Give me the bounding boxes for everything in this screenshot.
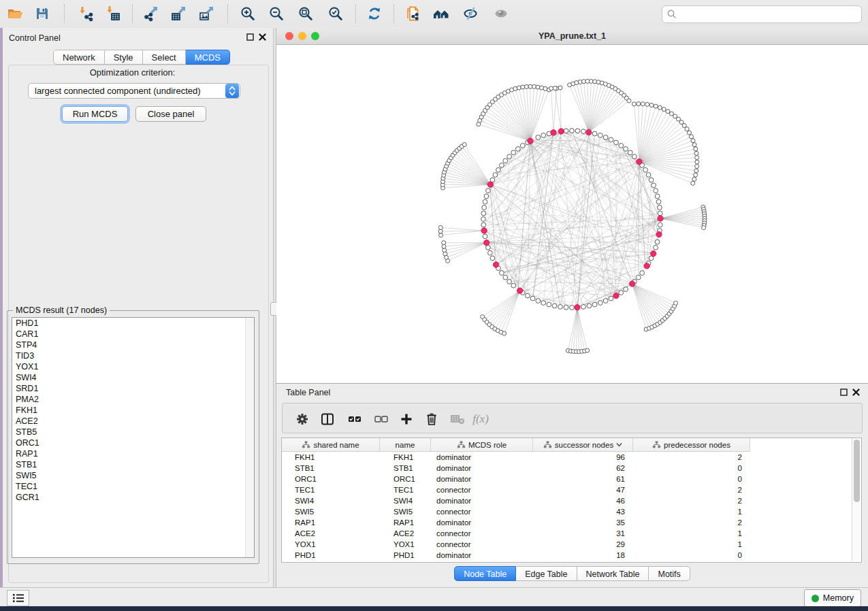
list-item[interactable]: PHD1 <box>12 318 254 329</box>
list-item[interactable]: SWI4 <box>12 372 254 383</box>
ring-node[interactable] <box>520 144 525 148</box>
ring-node[interactable] <box>516 147 521 152</box>
search-input[interactable] <box>677 7 861 21</box>
ring-node[interactable] <box>575 129 580 133</box>
leaf-node[interactable] <box>549 86 553 90</box>
ring-node[interactable] <box>658 205 662 210</box>
list-item[interactable]: TID3 <box>12 350 254 361</box>
ring-node[interactable] <box>609 137 613 142</box>
tab-network-table[interactable]: Network Table <box>577 566 649 581</box>
leaf-node[interactable] <box>649 103 654 108</box>
leaf-node[interactable] <box>694 147 698 151</box>
column-header-shared-name[interactable]: shared name <box>282 438 380 452</box>
show-columns-icon[interactable] <box>316 408 339 431</box>
leaf-node[interactable] <box>691 139 695 143</box>
ring-node[interactable] <box>564 129 568 133</box>
ring-node[interactable] <box>640 271 645 276</box>
hub-node[interactable] <box>630 281 635 286</box>
export-table-icon[interactable] <box>167 2 190 25</box>
export-image-icon[interactable] <box>195 2 218 25</box>
close-panel-icon[interactable] <box>259 33 266 41</box>
close-panel-button[interactable]: Close panel <box>135 106 206 122</box>
table-row[interactable]: FKH1FKH1dominator962 <box>282 452 851 463</box>
ring-node[interactable] <box>481 211 486 216</box>
leaf-node[interactable] <box>521 85 525 89</box>
leaf-node[interactable] <box>658 105 662 110</box>
table-row[interactable]: STB1STB1dominator620 <box>282 463 851 474</box>
tab-network[interactable]: Network <box>53 50 105 65</box>
criterion-select[interactable]: largest connected component (undirected) <box>28 83 240 99</box>
tab-node-table[interactable]: Node Table <box>454 566 516 581</box>
zoom-out-icon[interactable] <box>265 2 288 25</box>
ring-node[interactable] <box>486 245 491 250</box>
leaf-node[interactable] <box>702 226 706 230</box>
leaf-node[interactable] <box>666 110 670 114</box>
list-item[interactable]: PMA2 <box>12 394 254 405</box>
table-row[interactable]: PHD1PHD1dominator180 <box>282 550 851 561</box>
zoom-selected-icon[interactable] <box>324 2 347 25</box>
list-item[interactable]: TEC1 <box>12 481 254 492</box>
open-folder-icon[interactable] <box>3 2 27 25</box>
ring-node[interactable] <box>628 150 632 155</box>
list-item[interactable]: SWI5 <box>12 470 254 481</box>
leaf-node[interactable] <box>632 102 636 106</box>
leaf-node[interactable] <box>536 85 540 89</box>
ring-node[interactable] <box>603 135 608 140</box>
run-mcds-button[interactable]: Run MCDS <box>62 106 128 122</box>
table-row[interactable]: YOX1YOX1connector291 <box>282 539 851 550</box>
table-row[interactable]: TEC1TEC1connector472 <box>282 484 851 495</box>
list-item[interactable]: GCR1 <box>12 492 254 503</box>
ring-node[interactable] <box>658 222 662 227</box>
table-row[interactable]: ORC1ORC1dominator610 <box>282 474 851 484</box>
search-box[interactable] <box>662 5 862 23</box>
ring-node[interactable] <box>619 291 624 295</box>
leaf-node[interactable] <box>691 181 695 185</box>
hub-node[interactable] <box>644 263 649 269</box>
ring-node[interactable] <box>570 129 575 133</box>
leaf-node[interactable] <box>641 102 645 106</box>
float-panel-icon[interactable] <box>840 389 848 396</box>
ring-node[interactable] <box>587 303 592 308</box>
ring-node[interactable] <box>507 280 512 284</box>
ring-node[interactable] <box>598 133 602 138</box>
list-item[interactable]: ORC1 <box>12 437 254 448</box>
tab-edge-table[interactable]: Edge Table <box>516 566 577 581</box>
memory-button[interactable]: Memory <box>804 589 861 607</box>
hub-node[interactable] <box>517 288 522 293</box>
hub-node[interactable] <box>558 129 564 134</box>
ring-node[interactable] <box>603 299 608 303</box>
list-item[interactable]: CAR1 <box>12 329 254 340</box>
ring-node[interactable] <box>536 299 541 303</box>
table-row[interactable]: RAP1RAP1dominator352 <box>282 517 851 528</box>
ring-node[interactable] <box>541 301 546 306</box>
float-panel-icon[interactable] <box>246 33 254 41</box>
leaf-node[interactable] <box>692 177 696 181</box>
tab-select[interactable]: Select <box>143 50 186 65</box>
table-row[interactable]: SWI5SWI5connector431 <box>282 506 851 517</box>
ring-node[interactable] <box>488 250 493 255</box>
ring-node[interactable] <box>547 302 551 307</box>
ring-node[interactable] <box>592 131 597 136</box>
close-panel-icon[interactable] <box>852 389 860 396</box>
ring-node[interactable] <box>530 296 535 301</box>
leaf-node[interactable] <box>438 229 443 233</box>
leaf-node[interactable] <box>695 156 699 160</box>
ring-node[interactable] <box>541 133 546 138</box>
column-header-predecessor-nodes[interactable]: predecessor nodes <box>633 438 750 452</box>
ring-node[interactable] <box>482 205 487 210</box>
hub-node[interactable] <box>484 240 489 246</box>
leaf-node[interactable] <box>662 108 666 112</box>
result-list-scrollbar[interactable] <box>245 318 254 557</box>
list-item[interactable]: STP4 <box>12 340 254 350</box>
ring-node[interactable] <box>636 275 641 280</box>
select-all-icon[interactable] <box>343 408 366 431</box>
ring-node[interactable] <box>614 140 619 145</box>
ring-node[interactable] <box>624 147 628 152</box>
zoom-in-icon[interactable] <box>236 2 259 25</box>
ring-node[interactable] <box>643 167 648 172</box>
list-item[interactable]: FKH1 <box>12 405 254 416</box>
table-row[interactable]: SWI4SWI4dominator462 <box>282 495 851 506</box>
leaf-node[interactable] <box>438 226 443 230</box>
ring-node[interactable] <box>503 159 508 163</box>
mcds-result-list[interactable]: PHD1CAR1STP4TID3YOX1SWI4SRD1PMA2FKH1ACE2… <box>12 317 255 558</box>
